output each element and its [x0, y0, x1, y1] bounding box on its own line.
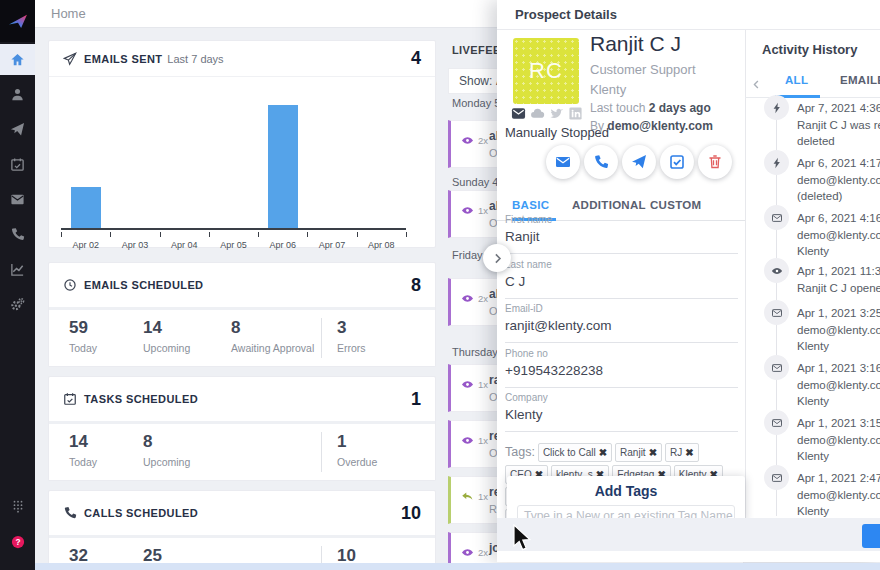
x-tick-label: Apr 05 — [209, 240, 259, 250]
field-value[interactable]: Klenty — [505, 407, 738, 432]
sidebar-item-calls[interactable] — [0, 219, 35, 250]
field-value[interactable]: Ranjit — [505, 229, 738, 254]
add-tags-title: Add Tags — [507, 483, 745, 499]
last-touch-label: Last touch — [590, 101, 645, 115]
calls-scheduled-card: CALLS SCHEDULED10322510 — [48, 490, 436, 570]
tasks-scheduled-stats: 14Today8Upcoming1Overdue — [49, 424, 435, 480]
last-touch-by: By demo@klenty.com — [590, 119, 713, 133]
cadence-button[interactable] — [622, 145, 656, 179]
sidebar-item-help[interactable]: ? — [0, 526, 35, 557]
activity-date: Apr 6, 2021 4:16:06 AM — [797, 210, 880, 227]
tab-custom[interactable]: CUSTOM — [650, 199, 701, 211]
activity-line: Klenty — [797, 503, 880, 518]
avatar: RC — [513, 38, 579, 104]
tag-chip[interactable]: Ranjit✖ — [615, 443, 662, 462]
field-value[interactable]: ranjit@klenty.com — [505, 318, 738, 343]
sidebar-item-apps[interactable] — [0, 490, 35, 521]
tag-chip[interactable]: Click to Call✖ — [538, 443, 612, 462]
call-button[interactable] — [584, 145, 618, 179]
activity-date: Apr 6, 2021 4:17:48 AM — [797, 155, 880, 172]
prospects-icon — [10, 87, 25, 102]
x-tick-label: Apr 07 — [307, 240, 357, 250]
tasks-icon — [63, 392, 77, 406]
mail-icon — [771, 472, 783, 484]
activity-line: demo@klenty.com sent — [797, 322, 880, 339]
tag-text: Ranjit — [620, 447, 646, 458]
sidebar-item-settings[interactable] — [0, 289, 35, 320]
tabs-scroll-left-icon[interactable] — [751, 76, 762, 94]
activity-entry-text: Apr 1, 2021 3:25:36 AMdemo@klenty.com se… — [797, 305, 880, 355]
x-tick — [61, 232, 62, 237]
add-tags-popup: Add Tags Type in a New or an existing Ta… — [507, 476, 745, 522]
prospect-role: Customer Support — [590, 62, 696, 77]
cloud-icon — [530, 106, 545, 121]
activity-tab-all[interactable]: ALL — [785, 74, 808, 86]
last-touch: Last touch 2 days ago — [590, 101, 711, 115]
x-tick-label: Apr 02 — [61, 240, 111, 250]
field-label: Company — [505, 392, 738, 403]
social-twitter-icon[interactable] — [549, 106, 564, 121]
tab-basic[interactable]: BASIC — [512, 199, 549, 211]
tag-chip[interactable]: RJ✖ — [665, 443, 699, 462]
activity-title: Activity History — [762, 42, 857, 57]
tag-remove-icon[interactable]: ✖ — [685, 447, 693, 458]
x-tick — [110, 232, 111, 237]
card-title: EMAILS SCHEDULED — [84, 279, 203, 291]
stat-item: 1Overdue — [337, 432, 377, 468]
sidebar-item-reports[interactable] — [0, 254, 35, 285]
tags-label: Tags: — [505, 445, 535, 459]
panel-expand-button[interactable] — [483, 244, 511, 272]
open-count: 2x — [478, 547, 488, 558]
activity-line: demo@klenty.com sent — [797, 487, 880, 504]
social-cloud-icon[interactable] — [530, 106, 545, 121]
activity-history: Activity History ALLEMAILED Apr 7, 2021 … — [745, 30, 880, 518]
field-last-name: Last nameC J — [505, 259, 738, 299]
sidebar-item-home[interactable] — [0, 44, 35, 75]
bolt-icon — [771, 102, 783, 114]
email-icon — [511, 106, 526, 121]
emails-scheduled-stats: 59Today14Upcoming8Awaiting Approval3Erro… — [49, 310, 435, 366]
tag-text: RJ — [670, 447, 682, 458]
clock-icon — [63, 278, 77, 292]
sidebar-item-prospects[interactable] — [0, 79, 35, 110]
task-button[interactable] — [660, 145, 694, 179]
sidebar-item-emails[interactable] — [0, 184, 35, 215]
field-label: Email-iD — [505, 303, 738, 314]
stat-label: Awaiting Approval — [231, 342, 314, 354]
tag-remove-icon[interactable]: ✖ — [649, 447, 657, 458]
card-title: TASKS SCHEDULED — [84, 393, 198, 405]
klenty-logo-icon[interactable] — [0, 0, 35, 42]
sidebar-item-tasks[interactable] — [0, 149, 35, 180]
activity-line: Klenty — [797, 338, 880, 355]
activity-date: Apr 1, 2021 2:47:33 AM — [797, 470, 880, 487]
calls-icon — [10, 227, 25, 242]
livefeed-item-type: 2x — [461, 546, 488, 559]
chart-bar — [71, 187, 101, 228]
activity-line: demo@klenty.com star — [797, 172, 880, 189]
mail-icon — [771, 362, 783, 374]
stat-label: Upcoming — [143, 342, 190, 354]
settings-icon — [10, 297, 25, 312]
stat-item: 8Awaiting Approval — [231, 318, 314, 354]
tag-remove-icon[interactable]: ✖ — [599, 447, 607, 458]
panel-primary-button[interactable] — [862, 524, 880, 548]
prospect-company: Klenty — [590, 82, 626, 97]
delete-button[interactable] — [698, 145, 732, 179]
x-tick-label: Apr 08 — [356, 240, 406, 250]
social-icons — [511, 106, 583, 121]
mouse-cursor — [512, 524, 534, 554]
field-value[interactable]: C J — [505, 274, 738, 299]
social-email-icon[interactable] — [511, 106, 526, 121]
social-linkedin-icon[interactable] — [568, 106, 583, 121]
breadcrumb: Home — [51, 6, 86, 21]
avatar-initials: RC — [529, 58, 563, 84]
activity-tab-emailed[interactable]: EMAILED — [840, 74, 880, 86]
tab-additional[interactable]: ADDITIONAL — [572, 199, 646, 211]
reply-icon — [461, 490, 474, 503]
activity-tabs: ALLEMAILED — [745, 68, 880, 98]
sidebar-item-cadences[interactable] — [0, 114, 35, 145]
activity-line: Klenty — [797, 448, 880, 465]
email-button[interactable] — [546, 145, 580, 179]
field-value[interactable]: +919543228238 — [505, 363, 738, 388]
dialpad-icon — [11, 499, 25, 513]
